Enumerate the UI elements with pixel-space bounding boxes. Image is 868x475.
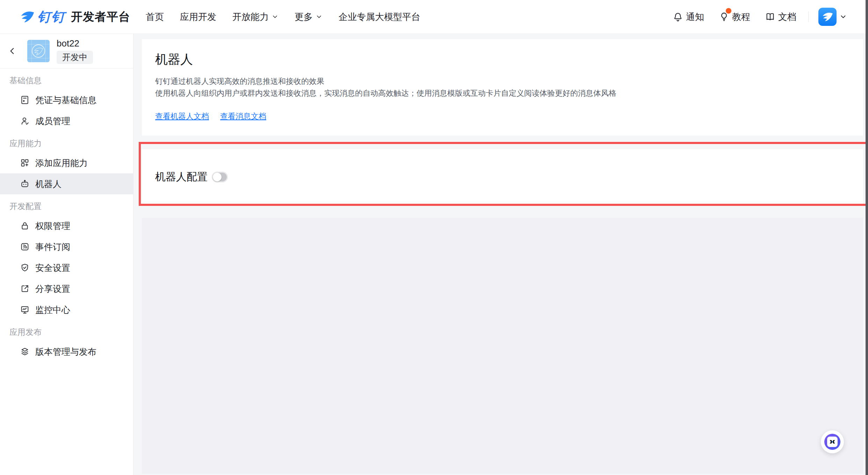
sidebar-item-share-settings[interactable]: 分享设置 (0, 278, 133, 299)
sidebar-item-security[interactable]: 安全设置 (0, 257, 133, 278)
dingtalk-wing-icon (19, 9, 35, 25)
account-chevron-down-icon[interactable] (839, 13, 847, 21)
app-status-badge: 开发中 (57, 51, 93, 64)
page-description: 钉钉通过机器人实现高效的消息推送和接收的效果 使用机器人向组织内用户或群内发送和… (155, 75, 849, 99)
app-meta: bot22 开发中 (57, 38, 93, 64)
nav-item-open-capability[interactable]: 开放能力 (232, 11, 279, 23)
section-app-release: 应用发布 版本管理与发布 (0, 320, 133, 362)
description-line-2: 使用机器人向组织内用户或群内发送和接收消息，实现消息的自动高效触达；使用消息模版… (155, 87, 849, 99)
notification-dot (726, 8, 731, 14)
tutorial-button[interactable]: 教程 (719, 11, 750, 23)
chevron-down-icon (272, 13, 279, 20)
chevron-down-icon (316, 13, 323, 20)
sidebar-item-add-capability[interactable]: 添加应用能力 (0, 152, 133, 173)
description-line-1: 钉钉通过机器人实现高效的消息推送和接收的效果 (155, 75, 849, 87)
robot-header-card: 机器人 钉钉通过机器人实现高效的消息推送和接收的效果 使用机器人向组织内用户或群… (142, 39, 863, 136)
top-bar: 钉钉 开发者平台 首页 应用开发 开放能力 更多 企业专属大模型平台 通知 教程… (0, 0, 868, 34)
sidebar: bot22 开发中 基础信息 凭证与基础信息 成员管理 应用能力 添加应用能力 … (0, 34, 133, 475)
bell-icon (673, 12, 683, 22)
docs-button[interactable]: 文档 (765, 11, 796, 23)
section-basic-info: 基础信息 凭证与基础信息 成员管理 (0, 69, 133, 131)
topbar-right: 通知 教程 文档 (658, 8, 847, 26)
scrollbar[interactable] (866, 0, 868, 475)
robot-doc-link[interactable]: 查看机器人文档 (155, 111, 209, 122)
dingtalk-logo[interactable]: 钉钉 开发者平台 (19, 8, 130, 26)
robot-icon (20, 179, 30, 189)
top-nav: 首页 应用开发 开放能力 更多 企业专属大模型平台 (146, 11, 436, 23)
page-title: 机器人 (155, 52, 849, 67)
layers-icon (20, 347, 30, 357)
section-title: 开发配置 (0, 200, 133, 213)
section-app-capability: 应用能力 添加应用能力 机器人 (0, 131, 133, 194)
book-icon (765, 12, 775, 22)
sidebar-item-event-subscription[interactable]: 事件订阅 (0, 236, 133, 257)
feedback-widget-icon (827, 437, 838, 447)
message-doc-link[interactable]: 查看消息文档 (220, 111, 266, 122)
toggle-knob (213, 173, 222, 181)
sidebar-item-monitoring[interactable]: 监控中心 (0, 299, 133, 320)
back-icon[interactable] (8, 46, 17, 56)
sidebar-item-permissions[interactable]: 权限管理 (0, 215, 133, 236)
platform-name: 开发者平台 (71, 9, 130, 25)
sidebar-item-version-release[interactable]: 版本管理与发布 (0, 341, 133, 362)
section-title: 应用能力 (0, 137, 133, 150)
lock-icon (20, 221, 30, 231)
main-content: 机器人 钉钉通过机器人实现高效的消息推送和接收的效果 使用机器人向组织内用户或群… (133, 34, 868, 475)
empty-content-panel (142, 218, 863, 474)
robot-config-toggle[interactable] (212, 172, 228, 182)
credentials-icon (20, 95, 30, 105)
feedback-float-button[interactable] (821, 430, 844, 453)
shield-icon (20, 263, 30, 273)
divider (808, 12, 809, 22)
brand-name: 钉钉 (37, 8, 65, 26)
nav-item-home[interactable]: 首页 (146, 11, 164, 23)
nav-item-app-dev[interactable]: 应用开发 (180, 11, 216, 23)
nav-item-more[interactable]: 更多 (295, 11, 323, 23)
app-wing-icon (30, 43, 47, 59)
doc-links: 查看机器人文档 查看消息文档 (155, 111, 849, 122)
share-icon (20, 284, 30, 294)
robot-config-label: 机器人配置 (155, 170, 208, 184)
notifications-button[interactable]: 通知 (673, 11, 704, 23)
members-icon (20, 116, 30, 126)
app-name: bot22 (57, 38, 93, 49)
app-avatar (27, 40, 50, 62)
section-dev-config: 开发配置 权限管理 事件订阅 安全设置 分享设置 监控中心 (0, 194, 133, 320)
nav-item-llm-platform[interactable]: 企业专属大模型平台 (339, 11, 420, 23)
event-subscription-icon (20, 242, 30, 252)
dingtalk-wing-icon (821, 10, 834, 23)
feedback-widget-ring (824, 434, 840, 450)
sidebar-item-credentials[interactable]: 凭证与基础信息 (0, 89, 133, 110)
add-capability-icon (20, 158, 30, 168)
user-avatar[interactable] (818, 8, 837, 26)
app-header: bot22 开发中 (0, 34, 133, 69)
monitor-icon (20, 305, 30, 315)
sidebar-item-robot[interactable]: 机器人 (0, 173, 133, 194)
section-title: 基础信息 (0, 74, 133, 87)
robot-config-card: 机器人配置 (142, 149, 863, 204)
section-title: 应用发布 (0, 326, 133, 338)
sidebar-item-members[interactable]: 成员管理 (0, 110, 133, 131)
